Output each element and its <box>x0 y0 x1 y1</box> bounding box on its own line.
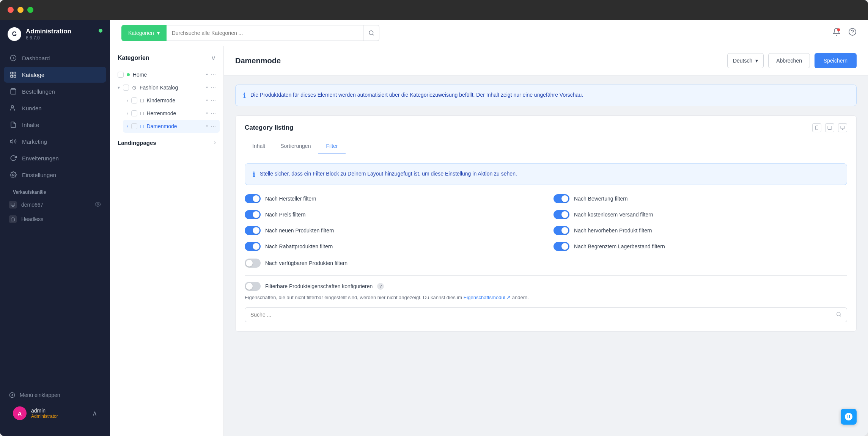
page-title: Damenmode <box>235 56 281 65</box>
help-icon[interactable]: ? <box>377 283 384 290</box>
help-icon[interactable] <box>848 28 857 38</box>
tree-checkbox[interactable] <box>131 110 137 116</box>
expand-icon[interactable]: › <box>127 124 128 129</box>
svg-rect-9 <box>11 203 15 206</box>
lagerbestand-toggle[interactable] <box>554 242 569 251</box>
tree-children: › □ Kindermode • ··· › <box>114 94 220 133</box>
tree-item-label: Herrenmode <box>146 110 176 116</box>
toggle-bewertung: Nach Bewertung filtern <box>554 194 847 203</box>
left-panel: Kategorien ∨ Home • ··· <box>110 46 224 436</box>
filterable-toggle[interactable] <box>245 282 261 291</box>
tree-checkbox[interactable] <box>131 123 137 129</box>
topbar-actions <box>832 28 857 38</box>
maximize-button[interactable] <box>27 7 33 13</box>
desktop-view-icon[interactable] <box>838 123 847 132</box>
online-indicator <box>99 29 102 33</box>
filterable-description: Eigenschaften, die auf nicht filterbar e… <box>245 294 847 301</box>
filterable-section: Filterbare Produkteigenschaften konfigur… <box>245 282 847 322</box>
sidebar-item-kunden[interactable]: Kunden <box>4 100 106 116</box>
collapse-menu-button[interactable]: Menü einklappen <box>4 388 106 402</box>
hervorheben-toggle[interactable] <box>554 226 569 235</box>
folder-icon: ⊙ <box>132 85 137 91</box>
svg-point-14 <box>369 31 373 35</box>
svg-point-12 <box>97 204 99 205</box>
expand-icon[interactable]: › <box>127 111 128 116</box>
status-dot: • <box>206 98 208 103</box>
tab-inhalt[interactable]: Inhalt <box>245 138 273 154</box>
product-info-box: ℹ Die Produktdaten für dieses Element we… <box>235 85 857 106</box>
close-button[interactable] <box>8 7 14 13</box>
categories-collapse-icon[interactable]: ∨ <box>211 54 216 62</box>
verfuegbar-label: Nach verfügbaren Produkten filtern <box>265 260 348 266</box>
rabatt-toggle[interactable] <box>245 242 261 251</box>
item-menu-icon[interactable]: ··· <box>211 84 216 91</box>
verfuegbar-toggle[interactable] <box>245 259 261 268</box>
tablet-view-icon[interactable] <box>825 123 834 132</box>
sidebar-item-inhalte[interactable]: Inhalte <box>4 117 106 133</box>
sidebar-item-demo667[interactable]: demo667 <box>4 198 106 212</box>
sidebar-item-kataloge[interactable]: Kataloge <box>4 67 106 83</box>
preis-toggle[interactable] <box>245 210 261 219</box>
sidebar-item-headless[interactable]: Headless <box>4 212 106 226</box>
mobile-view-icon[interactable] <box>812 123 821 132</box>
expand-icon[interactable]: › <box>127 98 128 103</box>
sidebar-item-einstellungen[interactable]: Einstellungen <box>4 167 106 183</box>
tree-item-kindermode[interactable]: › □ Kindermode • ··· <box>123 94 220 107</box>
toggle-hervorheben: Nach hervorheben Produkt filtern <box>554 226 847 235</box>
save-button[interactable]: Speichern <box>815 53 857 68</box>
search-category-button[interactable]: Kategorien ▾ <box>121 25 167 41</box>
sidebar-logo: G <box>8 27 21 41</box>
expand-icon[interactable]: ▾ <box>118 85 120 90</box>
search-input[interactable] <box>167 25 363 41</box>
versand-toggle[interactable] <box>554 210 569 219</box>
sidebar-item-bestellungen[interactable]: Bestellungen <box>4 83 106 99</box>
eigenschaftsmodul-link[interactable]: Eigenschaftsmodul ↗ <box>464 295 512 300</box>
tree-item-label: Kindermode <box>146 97 175 104</box>
shopware-icon[interactable] <box>841 409 857 425</box>
sidebar-bottom: Menü einklappen A admin Administrator ∧ <box>0 388 110 428</box>
user-menu-icon[interactable]: ∧ <box>92 409 97 417</box>
user-profile[interactable]: A admin Administrator ∧ <box>8 402 102 425</box>
item-menu-icon[interactable]: ··· <box>211 123 216 130</box>
user-role: Administrator <box>31 414 88 419</box>
eye-icon[interactable] <box>95 201 101 209</box>
dashboard-icon <box>9 54 17 62</box>
hersteller-label: Nach Hersteller filtern <box>265 196 316 202</box>
brand-version: 6.6.7.0 <box>26 35 71 41</box>
tree-item-home[interactable]: Home • ··· <box>114 68 220 81</box>
language-label: Deutsch <box>733 58 752 64</box>
tree-item-herrenmode[interactable]: › □ Herrenmode • ··· <box>123 107 220 120</box>
item-menu-icon[interactable]: ··· <box>211 97 216 104</box>
tree-checkbox[interactable] <box>123 85 129 91</box>
tree-checkbox[interactable] <box>131 97 137 104</box>
versand-label: Nach kostenlosem Versand filtern <box>574 212 653 218</box>
sidebar-item-label: Kunden <box>22 105 42 111</box>
sidebar-item-erweiterungen[interactable]: Erweiterungen <box>4 150 106 166</box>
neue-produkte-toggle[interactable] <box>245 226 261 235</box>
svg-rect-4 <box>14 75 16 77</box>
tab-sortierungen[interactable]: Sortierungen <box>273 138 318 154</box>
item-menu-icon[interactable]: ··· <box>211 71 216 78</box>
tree-checkbox[interactable] <box>118 72 124 78</box>
tab-filter[interactable]: Filter <box>318 138 345 154</box>
toggle-hersteller: Nach Hersteller filtern <box>245 194 538 203</box>
search-button[interactable] <box>363 25 379 41</box>
svg-point-17 <box>849 28 856 35</box>
language-selector[interactable]: Deutsch ▾ <box>727 53 764 68</box>
tree-item-damenmode[interactable]: › □ Damenmode • ··· <box>123 120 220 133</box>
sidebar-item-marketing[interactable]: Marketing <box>4 133 106 149</box>
sidebar-item-label: Kataloge <box>22 72 44 78</box>
filter-search-input[interactable] <box>250 312 832 318</box>
filterable-label: Filterbare Produkteigenschaften konfigur… <box>265 283 373 289</box>
content-body: ℹ Die Produktdaten für dieses Element we… <box>224 75 868 436</box>
notifications-icon[interactable] <box>832 28 841 38</box>
minimize-button[interactable] <box>17 7 24 13</box>
item-menu-icon[interactable]: ··· <box>211 110 216 117</box>
sidebar-item-dashboard[interactable]: Dashboard <box>4 50 106 66</box>
cancel-button[interactable]: Abbrechen <box>768 53 810 68</box>
tree-item-fashion-katalog[interactable]: ▾ ⊙ Fashion Katalog • ··· <box>114 81 220 94</box>
bewertung-toggle[interactable] <box>554 194 569 203</box>
status-dot: • <box>206 111 208 116</box>
landingpages-section[interactable]: Landingpages › <box>110 133 223 152</box>
hersteller-toggle[interactable] <box>245 194 261 203</box>
